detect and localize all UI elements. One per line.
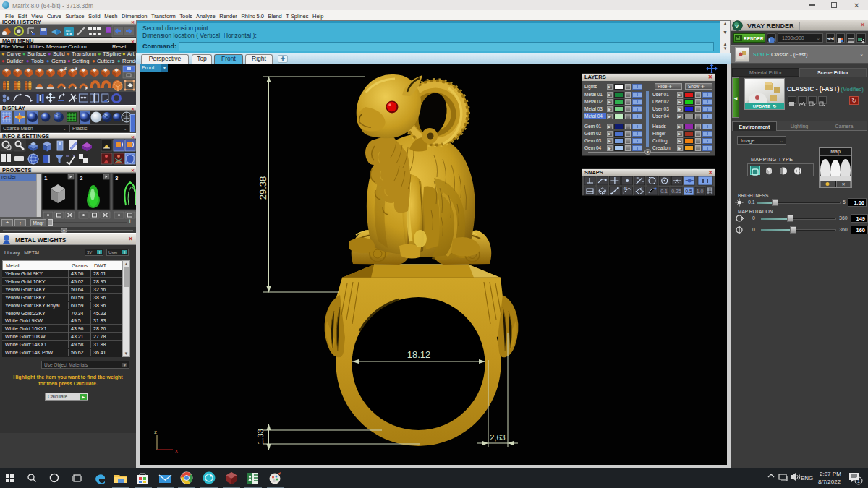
svg-text:2: 2 — [80, 175, 83, 181]
svg-text:x: x — [175, 448, 178, 454]
svg-text:2: 2 — [64, 66, 67, 71]
svg-text:z: z — [154, 429, 157, 435]
svg-text:45: 45 — [624, 187, 628, 191]
svg-text:1.33: 1.33 — [256, 429, 265, 444]
svg-text:3: 3 — [115, 175, 119, 181]
svg-text:1: 1 — [44, 175, 48, 181]
svg-text:BLT: BLT — [66, 29, 72, 33]
svg-text:18.12: 18.12 — [407, 349, 431, 360]
svg-text:1: 1 — [857, 479, 860, 484]
svg-text:29.38: 29.38 — [258, 176, 268, 200]
svg-text:V: V — [735, 23, 739, 30]
svg-text:1.0: 1.0 — [697, 189, 704, 194]
svg-text:0.5: 0.5 — [685, 189, 692, 194]
svg-text:0.25: 0.25 — [671, 189, 681, 194]
svg-text:3: 3 — [75, 66, 77, 71]
svg-text:0.1: 0.1 — [660, 189, 668, 194]
svg-text:2,63: 2,63 — [490, 433, 505, 442]
